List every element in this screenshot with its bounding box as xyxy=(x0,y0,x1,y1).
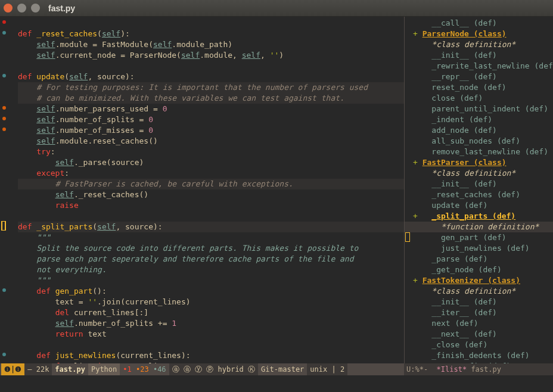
outline-item[interactable]: *class definition* xyxy=(405,168,553,179)
modeline: ❶|❶ — 22k fast.py Python •1 •23 •46 ⓐ ⓐ … xyxy=(0,363,553,375)
outline-sidebar[interactable]: __call__ (def)+ ParserNode (class) *clas… xyxy=(404,17,553,363)
outline-item[interactable]: + FastTokenizer (class) xyxy=(405,275,553,286)
outline-item[interactable]: gen_part (def) xyxy=(405,232,553,243)
diag-warn[interactable]: •23 xyxy=(136,365,149,374)
sidebar-cursor xyxy=(405,232,410,242)
outline-item[interactable]: reset_node (def) xyxy=(405,82,553,93)
code-line[interactable] xyxy=(18,18,404,29)
code-line[interactable]: self.number_parsers_used = 0 xyxy=(18,104,404,114)
editor-pane[interactable]: def _reset_caches(self): self.module = F… xyxy=(0,17,404,363)
close-icon[interactable] xyxy=(4,4,13,13)
code-line[interactable]: except: xyxy=(18,168,404,179)
modeline-left: ❶|❶ — 22k fast.py Python •1 •23 •46 ⓐ ⓐ … xyxy=(0,363,404,375)
code-line[interactable]: def just_newlines(current_lines): xyxy=(18,350,404,361)
modeline-right: U:%*- *Ilist* fast.py xyxy=(404,363,553,375)
code-line[interactable]: self.module = FastModule(self.module_pat… xyxy=(18,39,404,50)
code-line[interactable]: try: xyxy=(18,147,404,157)
sidebar-file: fast.py xyxy=(471,365,501,374)
outline-item[interactable]: __init__ (def) xyxy=(405,179,553,189)
code-line[interactable] xyxy=(18,61,404,71)
outline-item[interactable]: _rewrite_last_newline (def) xyxy=(405,61,553,71)
outline-item[interactable]: *function definition* xyxy=(405,222,553,232)
code-line[interactable]: self._parse(source) xyxy=(18,157,404,168)
titlebar: fast.py xyxy=(0,0,553,17)
flycheck-indicator[interactable]: ❶|❶ xyxy=(1,363,24,375)
outline-item[interactable]: next (def) xyxy=(405,318,553,329)
buffer-size: — 22k xyxy=(24,363,52,375)
code-line[interactable]: # can be minimized. With these variables… xyxy=(18,93,404,104)
outline-item[interactable]: remove_last_newline (def) xyxy=(405,147,553,157)
gutter xyxy=(0,17,18,363)
minimize-icon[interactable] xyxy=(17,4,26,13)
outline-item[interactable]: __call__ (def) xyxy=(405,18,553,29)
code-line[interactable]: return text xyxy=(18,329,404,340)
outline-item[interactable]: __iter__ (def) xyxy=(405,307,553,318)
code-line[interactable]: """ xyxy=(18,275,404,286)
outline-item[interactable]: __repr__ (def) xyxy=(405,71,553,82)
minor-modes[interactable]: ⓐ ⓐ ⓨ ⓟ hybrid Ⓚ xyxy=(169,363,258,375)
outline-item[interactable]: + _split_parts (def) xyxy=(405,211,553,222)
diag-info[interactable]: •46 xyxy=(153,365,166,374)
outline-item[interactable]: __init__ (def) xyxy=(405,50,553,61)
outline-item[interactable]: _finish_dedents (def) xyxy=(405,350,553,361)
code-line[interactable]: # FastParser is cached, be careful with … xyxy=(18,179,404,189)
outline-item[interactable]: add_node (def) xyxy=(405,125,553,136)
outline-item[interactable]: + ParserNode (class) xyxy=(405,29,553,39)
code-line[interactable]: Split the source code into different par… xyxy=(18,243,404,254)
sidebar-mode: *Ilist* xyxy=(437,365,467,374)
outline-item[interactable]: _get_prefix (def) xyxy=(405,361,553,363)
outline-item[interactable]: update (def) xyxy=(405,200,553,211)
code-line[interactable]: text = ''.join(current_lines) xyxy=(18,297,404,307)
code-line[interactable]: parse each part seperately and therefore… xyxy=(18,254,404,265)
code-line[interactable]: # For testing purposes: It is important … xyxy=(18,82,404,93)
window-title: fast.py xyxy=(48,4,75,13)
code-line[interactable]: raise xyxy=(18,200,404,211)
code-line[interactable]: def _split_parts(self, source): xyxy=(18,222,404,232)
outline-item[interactable]: *class definition* xyxy=(405,286,553,297)
outline-item[interactable]: _reset_caches (def) xyxy=(405,189,553,200)
code-line[interactable]: for line in current_lines: xyxy=(18,361,404,363)
outline-item[interactable]: _indent (def) xyxy=(405,114,553,125)
outline-item[interactable]: __next__ (def) xyxy=(405,329,553,340)
code-line[interactable]: self.number_of_misses = 0 xyxy=(18,125,404,136)
outline-item[interactable]: close (def) xyxy=(405,93,553,104)
code-line[interactable]: """ xyxy=(18,232,404,243)
code-line[interactable]: def _reset_caches(self): xyxy=(18,29,404,39)
buffer-name[interactable]: fast.py xyxy=(52,363,88,375)
code-line[interactable]: self.number_of_splits = 0 xyxy=(18,114,404,125)
outline-item[interactable]: just_newlines (def) xyxy=(405,243,553,254)
outline-item[interactable]: parent_until_indent (def) xyxy=(405,104,553,114)
code-line[interactable]: def update(self, source): xyxy=(18,71,404,82)
outline-item[interactable]: + FastParser (class) xyxy=(405,157,553,168)
encoding: unix | 2 xyxy=(307,363,347,375)
code-line[interactable] xyxy=(18,340,404,350)
code-area[interactable]: def _reset_caches(self): self.module = F… xyxy=(18,17,404,363)
code-line[interactable]: def gen_part(): xyxy=(18,286,404,297)
vc-branch[interactable]: Git-master xyxy=(258,363,307,375)
code-line[interactable]: not everything. xyxy=(18,265,404,275)
outline-item[interactable]: __init__ (def) xyxy=(405,297,553,307)
outline-item[interactable]: _close (def) xyxy=(405,340,553,350)
code-line[interactable] xyxy=(18,211,404,222)
outline-item[interactable]: _get_node (def) xyxy=(405,265,553,275)
outline-item[interactable]: *class definition* xyxy=(405,39,553,50)
workspace: def _reset_caches(self): self.module = F… xyxy=(0,17,553,363)
major-mode[interactable]: Python xyxy=(88,363,120,375)
position-indicator: U:%*- xyxy=(406,365,428,374)
maximize-icon[interactable] xyxy=(31,4,40,13)
diag-error[interactable]: •1 xyxy=(123,365,131,374)
code-line[interactable]: self.number_of_splits += 1 xyxy=(18,318,404,329)
code-line[interactable]: self.current_node = ParserNode(self.modu… xyxy=(18,50,404,61)
outline-item[interactable]: _parse (def) xyxy=(405,254,553,265)
minibuffer[interactable] xyxy=(0,375,553,392)
code-line[interactable]: self._reset_caches() xyxy=(18,189,404,200)
code-line[interactable]: self.module.reset_caches() xyxy=(18,136,404,147)
outline-item[interactable]: all_sub_nodes (def) xyxy=(405,136,553,147)
code-line[interactable]: del current_lines[:] xyxy=(18,307,404,318)
